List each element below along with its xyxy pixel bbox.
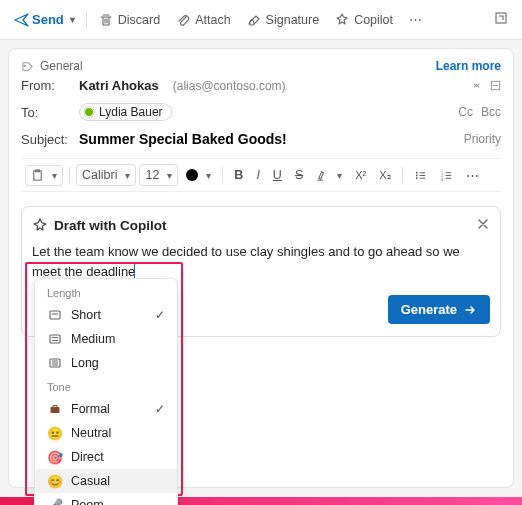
font-size-select[interactable]: 12 ▾ [139,164,178,186]
highlight-icon [316,169,329,182]
attach-label: Attach [195,13,230,27]
sensitivity-tag-row: General Learn more [21,59,501,73]
recipient-name: Lydia Bauer [99,105,163,119]
medium-icon [47,331,63,347]
discard-button[interactable]: Discard [92,9,167,31]
tone-neutral-label: Neutral [71,426,111,440]
signature-icon [247,13,261,27]
font-color-button[interactable]: ▾ [181,166,216,184]
tone-formal-label: Formal [71,402,110,416]
tone-option-poem[interactable]: 🎤 Poem [35,493,177,505]
generate-label: Generate [401,302,457,317]
length-option-long[interactable]: Long [35,351,177,375]
copilot-icon [335,13,349,27]
svg-text:3: 3 [441,178,443,182]
subscript-button[interactable]: X₂ [374,166,395,185]
short-icon [47,307,63,323]
length-short-label: Short [71,308,101,322]
bcc-button[interactable]: Bcc [481,105,501,119]
tag-icon [21,60,34,73]
tone-direct-label: Direct [71,450,104,464]
font-family-select[interactable]: Calibri ▾ [76,164,136,186]
subject-label: Subject: [21,132,71,147]
learn-more-link[interactable]: Learn more [436,59,501,73]
remove-from-icon[interactable] [490,80,501,91]
svg-rect-14 [50,335,60,343]
more-icon: ⋯ [409,12,423,27]
mic-emoji-icon: 🎤 [47,497,63,505]
generate-button[interactable]: Generate [388,295,490,324]
cc-button[interactable]: Cc [458,105,473,119]
tone-option-neutral[interactable]: 😐 Neutral [35,421,177,445]
chevron-down-icon[interactable]: ▾ [70,14,75,25]
underline-button[interactable]: U [268,165,287,185]
svg-point-5 [415,174,417,176]
svg-rect-0 [496,13,506,23]
format-bar: ▾ Calibri ▾ 12 ▾ ▾ B I U S ▾ X² X₂ [21,158,501,192]
expand-alias-icon[interactable] [471,80,482,91]
bold-button[interactable]: B [229,165,248,185]
copilot-label: Copilot [354,13,393,27]
chevron-down-icon: ▾ [125,170,130,181]
copilot-panel-title: Draft with Copilot [54,218,166,233]
number-list-icon: 123 [440,169,453,182]
italic-button[interactable]: I [251,165,264,185]
recipient-pill[interactable]: Lydia Bauer [79,103,172,121]
superscript-button[interactable]: X² [350,166,371,184]
more-button[interactable]: ⋯ [402,8,430,31]
more-icon: ⋯ [466,168,480,183]
strikethrough-button[interactable]: S [290,165,308,185]
copilot-prompt-textarea[interactable]: Let the team know we decided to use clay… [32,242,490,281]
priority-button[interactable]: Priority [464,132,501,146]
copilot-options-menu: Length Short ✓ Medium Long Tone Formal ✓… [34,278,178,505]
checkmark-icon: ✓ [155,402,165,416]
length-option-short[interactable]: Short ✓ [35,303,177,327]
svg-rect-17 [53,406,57,408]
from-row: From: Katri Ahokas (alias@contoso.com) [21,73,501,98]
attach-icon [176,13,190,27]
send-icon [14,12,30,28]
length-option-medium[interactable]: Medium [35,327,177,351]
attach-button[interactable]: Attach [169,9,237,31]
tone-option-formal[interactable]: Formal ✓ [35,397,177,421]
tag-label[interactable]: General [40,59,83,73]
chevron-down-icon: ▾ [206,170,211,181]
compose-toolbar: Send ▾ Discard Attach Signature Copilot … [0,0,522,40]
to-row: To: Lydia Bauer Cc Bcc [21,98,501,126]
bullet-list-icon [414,169,427,182]
clipboard-icon [31,169,44,182]
target-icon: 🎯 [47,449,63,465]
subject-input[interactable] [79,131,456,147]
from-label: From: [21,78,71,93]
numbered-list-button[interactable]: 123 [435,166,458,185]
popout-button[interactable] [488,7,514,32]
send-button[interactable]: Send ▾ [8,9,81,31]
length-medium-label: Medium [71,332,115,346]
paste-options-button[interactable]: ▾ [25,165,63,186]
tone-option-direct[interactable]: 🎯 Direct [35,445,177,469]
bulleted-list-button[interactable] [409,166,432,185]
signature-button[interactable]: Signature [240,9,327,31]
close-icon [476,217,490,231]
tone-casual-label: Casual [71,474,110,488]
highlight-button[interactable]: ▾ [311,166,347,185]
trash-icon [99,13,113,27]
from-name[interactable]: Katri Ahokas [79,78,159,93]
chevron-down-icon: ▾ [337,170,342,181]
svg-rect-13 [50,311,60,319]
tone-option-casual[interactable]: 😊 Casual [35,469,177,493]
long-icon [47,355,63,371]
more-format-button[interactable]: ⋯ [461,165,485,186]
briefcase-icon [47,401,63,417]
chevron-down-icon: ▾ [52,170,57,181]
popout-icon [494,11,508,25]
smile-emoji-icon: 😊 [47,473,63,489]
arrow-right-icon [463,303,477,317]
svg-point-6 [415,177,417,179]
close-button[interactable] [476,217,490,234]
copilot-button[interactable]: Copilot [328,9,400,31]
length-long-label: Long [71,356,99,370]
tone-poem-label: Poem [71,498,104,505]
prompt-text: Let the team know we decided to use clay… [32,244,460,279]
checkmark-icon: ✓ [155,308,165,322]
